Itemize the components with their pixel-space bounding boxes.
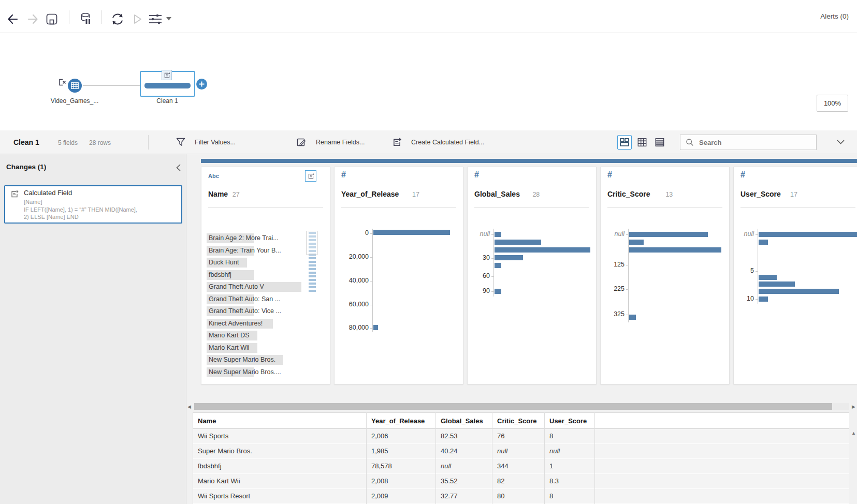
value-label[interactable]: Brain Age 2: More Trai... xyxy=(209,234,279,242)
search-input[interactable] xyxy=(698,138,802,147)
table-cell[interactable]: null xyxy=(549,447,560,455)
table-cell[interactable]: null xyxy=(441,462,451,470)
table-cell[interactable]: Wii Sports xyxy=(198,432,228,440)
chevron-down-icon[interactable] xyxy=(837,140,845,144)
table-cell[interactable]: 8 xyxy=(549,432,553,440)
add-step-button[interactable] xyxy=(196,79,207,90)
histogram-bar[interactable] xyxy=(495,240,541,245)
scroll-right-icon[interactable]: ▶ xyxy=(852,404,855,409)
table-cell[interactable]: 1 xyxy=(549,462,553,470)
column-header-global_sales[interactable]: Global_Sales xyxy=(441,417,483,425)
histogram-bar[interactable] xyxy=(759,232,857,237)
histogram-bar[interactable] xyxy=(759,281,795,287)
input-node[interactable] xyxy=(68,79,82,93)
back-icon[interactable] xyxy=(6,12,19,26)
field-title[interactable]: Year_of_Release xyxy=(341,190,399,198)
forward-icon[interactable] xyxy=(27,12,39,26)
histogram-bar[interactable] xyxy=(495,263,501,268)
histogram-bar[interactable] xyxy=(759,240,768,245)
value-label[interactable]: Duck Hunt xyxy=(209,259,239,266)
run-flow-icon[interactable] xyxy=(132,13,143,25)
table-row[interactable]: Super Mario Bros.1,98540.24nullnull xyxy=(193,444,849,459)
table-row[interactable]: Wii Sports Resort2,00932.77808 xyxy=(193,489,849,504)
table-cell[interactable]: 80 xyxy=(497,492,504,500)
table-cell[interactable]: 2,006 xyxy=(371,432,388,440)
value-label[interactable]: Kinect Adventures! xyxy=(209,320,263,327)
table-cell[interactable]: fbdsbhfj xyxy=(198,462,222,470)
value-label[interactable]: Mario Kart Wii xyxy=(209,344,249,351)
pause-data-icon[interactable] xyxy=(79,12,93,26)
histogram-bar[interactable] xyxy=(495,255,523,260)
value-label[interactable]: Grand Theft Auto V xyxy=(209,283,264,290)
value-label[interactable]: New Super Mario Bros. xyxy=(209,356,275,363)
table-row[interactable]: Wii Sports2,00682.53768 xyxy=(193,429,849,444)
table-row[interactable]: fbdsbhfj78,578null3441 xyxy=(193,459,849,474)
profile-horizontal-scrollbar[interactable] xyxy=(201,159,857,163)
table-row[interactable]: Mario Kart Wii2,00835.52828.3 xyxy=(193,474,849,489)
column-header-name[interactable]: Name xyxy=(198,417,216,425)
histogram-bar[interactable] xyxy=(629,240,644,245)
flow-options-icon[interactable] xyxy=(148,13,164,25)
alerts-button[interactable]: Alerts (0) xyxy=(820,12,849,20)
flow-options-caret-icon[interactable] xyxy=(166,17,171,21)
field-type-icon[interactable]: # xyxy=(740,170,745,180)
scroll-up-icon[interactable]: ▲ xyxy=(851,431,856,436)
rename-icon[interactable] xyxy=(297,138,307,147)
table-cell[interactable]: Super Mario Bros. xyxy=(198,447,252,455)
table-cell[interactable]: 82.53 xyxy=(441,432,458,440)
field-type-icon[interactable]: Abc xyxy=(208,173,219,179)
minimap-viewport[interactable] xyxy=(307,231,317,255)
field-type-icon[interactable]: # xyxy=(607,170,612,180)
histogram-bar[interactable] xyxy=(629,232,708,237)
value-label[interactable]: Grand Theft Auto: Vice ... xyxy=(209,307,281,315)
clean-step-node[interactable] xyxy=(140,71,195,97)
table-cell[interactable]: 2,009 xyxy=(371,492,388,500)
field-title[interactable]: Global_Sales xyxy=(474,190,520,198)
table-cell[interactable]: 76 xyxy=(497,432,504,440)
histogram-bar[interactable] xyxy=(629,315,636,320)
table-cell[interactable]: 78,578 xyxy=(371,462,392,470)
table-cell[interactable]: 344 xyxy=(497,462,509,470)
table-cell[interactable]: 1,985 xyxy=(371,447,388,455)
field-title[interactable]: Critic_Score xyxy=(607,190,650,198)
table-cell[interactable]: Mario Kart Wii xyxy=(198,477,240,485)
scroll-left-icon[interactable]: ◀ xyxy=(187,404,191,409)
grid-scroll-thumb[interactable] xyxy=(194,403,832,410)
column-header-year_of_release[interactable]: Year_of_Release xyxy=(371,417,425,425)
filter-values-button[interactable]: Filter Values... xyxy=(195,139,236,146)
histogram-bar[interactable] xyxy=(373,325,378,330)
collapse-panel-icon[interactable] xyxy=(176,164,181,171)
column-header-critic_score[interactable]: Critic_Score xyxy=(497,417,537,425)
refresh-icon[interactable] xyxy=(111,12,124,26)
histogram-bar[interactable] xyxy=(759,275,777,280)
rename-fields-button[interactable]: Rename Fields... xyxy=(316,139,365,146)
table-cell[interactable]: Wii Sports Resort xyxy=(198,492,250,500)
zoom-level-button[interactable]: 100% xyxy=(817,95,848,112)
table-cell[interactable]: null xyxy=(497,447,507,455)
histogram-bar[interactable] xyxy=(759,289,839,294)
view-toggle-profile[interactable] xyxy=(617,135,632,150)
field-type-icon[interactable]: # xyxy=(474,170,479,180)
view-toggle-grid[interactable] xyxy=(635,135,649,150)
create-calculated-field-button[interactable]: Create Calculated Field... xyxy=(411,139,484,146)
search-box[interactable] xyxy=(680,135,817,150)
table-cell[interactable]: 8 xyxy=(549,492,553,500)
table-cell[interactable]: 8.3 xyxy=(549,477,559,485)
column-header-user_score[interactable]: User_Score xyxy=(549,417,587,425)
histogram-bar[interactable] xyxy=(373,230,450,235)
value-label[interactable]: fbdsbhfj xyxy=(209,271,231,278)
histogram-bar[interactable] xyxy=(629,247,721,253)
histogram-bar[interactable] xyxy=(495,289,501,294)
table-cell[interactable]: 2,008 xyxy=(371,477,388,485)
field-type-icon[interactable]: # xyxy=(341,170,346,180)
table-cell[interactable]: 35.52 xyxy=(441,477,458,485)
change-item-calculated-field[interactable]: Calculated Field [Name] IF LEFT([Name], … xyxy=(4,185,182,224)
value-label[interactable]: Grand Theft Auto: San ... xyxy=(209,295,280,303)
histogram-bar[interactable] xyxy=(495,247,590,253)
filter-icon[interactable] xyxy=(176,138,185,146)
save-icon[interactable] xyxy=(46,13,58,25)
field-title[interactable]: User_Score xyxy=(740,190,781,198)
create-calc-icon[interactable] xyxy=(392,138,402,147)
view-toggle-list[interactable] xyxy=(652,135,667,150)
histogram-bar[interactable] xyxy=(759,297,768,302)
